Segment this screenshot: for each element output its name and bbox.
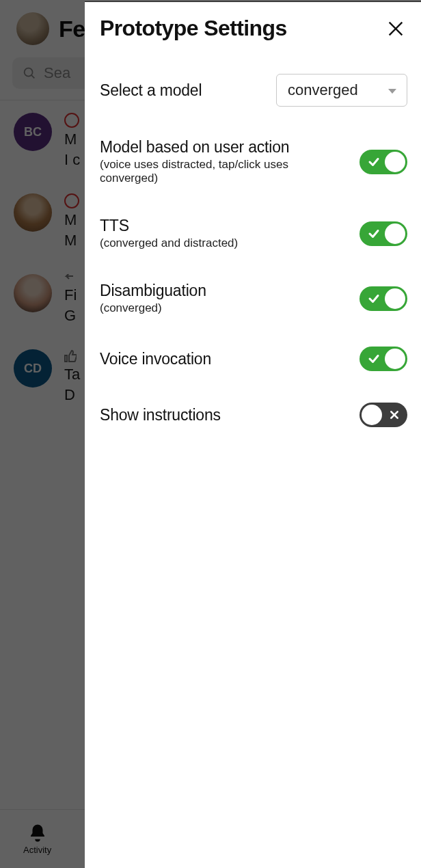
setting-label: Model based on user action [100,138,349,157]
panel-header: Prototype Settings [100,16,407,41]
setting-tts: TTS (converged and distracted) [100,217,407,250]
toggle-tts[interactable] [359,221,407,246]
setting-sublabel: (converged and distracted) [100,236,238,250]
setting-label: Voice invocation [100,350,211,368]
toggle-knob [385,288,405,309]
setting-label: Show instructions [100,406,221,424]
toggle-model-based-on-user-action[interactable] [359,150,407,174]
toggle-show-instructions[interactable] [359,403,407,427]
model-select-value: converged [288,81,358,98]
close-button[interactable] [384,17,407,40]
toggle-voice-invocation[interactable] [359,347,407,371]
checkmark-icon [368,156,380,168]
model-select-row: Select a model converged [100,74,407,107]
checkmark-icon [368,293,380,305]
toggle-knob [362,405,382,425]
panel-title: Prototype Settings [100,16,287,41]
toggle-knob [385,349,405,369]
setting-sublabel: (voice uses distracted, tap/click uses c… [100,158,349,185]
setting-label: TTS [100,217,238,235]
checkmark-icon [368,353,380,365]
setting-model-based-on-user-action: Model based on user action (voice uses d… [100,138,407,185]
toggle-knob [385,152,405,172]
setting-label: Disambiguation [100,282,206,300]
close-icon [386,19,405,38]
checkmark-icon [368,228,380,240]
settings-panel: Prototype Settings Select a model conver… [85,1,421,868]
setting-disambiguation: Disambiguation (converged) [100,282,407,315]
setting-show-instructions: Show instructions [100,403,407,427]
model-select[interactable]: converged [276,74,407,107]
setting-sublabel: (converged) [100,301,206,315]
model-select-label: Select a model [100,81,202,100]
chevron-down-icon [388,81,397,99]
toggle-knob [385,223,405,244]
setting-voice-invocation: Voice invocation [100,347,407,371]
toggle-disambiguation[interactable] [359,286,407,311]
cross-icon [389,409,400,420]
